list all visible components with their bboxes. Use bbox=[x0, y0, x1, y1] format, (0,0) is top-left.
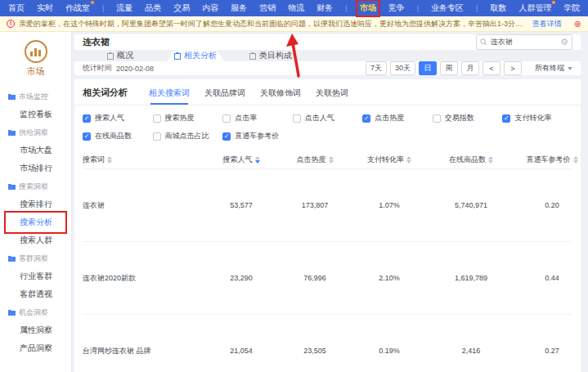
nav-item-物流[interactable]: 物流 bbox=[288, 2, 304, 14]
sidebar-item-市场大盘[interactable]: 市场大盘 bbox=[0, 141, 71, 159]
sidebar-item-客群透视[interactable]: 客群透视 bbox=[0, 285, 71, 303]
filter-支付转化率[interactable]: ✓ 支付转化率 bbox=[502, 113, 572, 123]
table-body: 连衣裙 53,577 173,807 1.07% 5,740,971 0.20 … bbox=[83, 168, 572, 372]
filter-在线商品数[interactable]: ✓ 在线商品数 bbox=[83, 131, 153, 141]
filter-点击人气[interactable]: 点击人气 bbox=[293, 113, 363, 123]
sort-icon[interactable] bbox=[573, 156, 578, 164]
checkbox-icon[interactable]: ✓ bbox=[362, 114, 370, 123]
filter-搜索人气[interactable]: ✓ 搜索人气 bbox=[83, 113, 153, 123]
sidebar-item-搜索分析[interactable]: 搜索分析 bbox=[0, 213, 71, 231]
screen: 首页实时作战室|流量品类交易内容服务营销物流财务|市场竞争|业务专区|取数人群管… bbox=[0, 0, 588, 372]
nav-item-实时[interactable]: 实时 bbox=[37, 2, 53, 14]
nav-item-品类[interactable]: 品类 bbox=[145, 2, 161, 14]
column-header-支付转化率[interactable]: 支付转化率 bbox=[351, 155, 428, 165]
checkbox-icon[interactable]: ✓ bbox=[83, 132, 91, 141]
terminal-dropdown[interactable]: 所有终端 bbox=[535, 63, 572, 74]
sort-icon[interactable] bbox=[406, 156, 411, 164]
nav-item-内容[interactable]: 内容 bbox=[202, 2, 218, 14]
column-header-搜索人气[interactable]: 搜索人气 bbox=[204, 155, 279, 165]
nav-separator: | bbox=[102, 4, 104, 12]
nav-separator: | bbox=[476, 4, 478, 12]
module-logo: 市场 bbox=[0, 32, 71, 78]
nav-item-交易[interactable]: 交易 bbox=[173, 2, 190, 14]
folder-icon bbox=[8, 183, 16, 190]
range-button-日[interactable]: 日 bbox=[419, 61, 437, 75]
range-button-30天[interactable]: 30天 bbox=[390, 61, 415, 75]
word-tab-关联修饰词[interactable]: 关联修饰词 bbox=[260, 87, 301, 105]
nav-item-服务[interactable]: 服务 bbox=[231, 2, 247, 14]
column-header-搜索词[interactable]: 搜索词 bbox=[83, 155, 204, 165]
sidebar-group-搜索洞察: 搜索洞察 bbox=[0, 177, 71, 195]
notice-detail-link[interactable]: 查看详情 bbox=[532, 19, 562, 29]
filter-商城点击占比[interactable]: 商城点击占比 bbox=[153, 131, 223, 141]
filter-直通车参考价[interactable]: ✓ 直通车参考价 bbox=[222, 131, 293, 141]
folder-icon bbox=[8, 309, 16, 316]
column-header-在线商品数[interactable]: 在线商品数 bbox=[428, 155, 514, 165]
chevron-down-icon bbox=[568, 67, 572, 70]
sidebar-item-产品洞察[interactable]: 产品洞察 bbox=[0, 339, 71, 357]
checkbox-icon[interactable] bbox=[153, 114, 161, 123]
filter-交易指数[interactable]: 交易指数 bbox=[433, 113, 503, 123]
checkbox-icon[interactable]: ✓ bbox=[83, 114, 91, 123]
column-header-直通车参考价[interactable]: 直通车参考价 bbox=[514, 155, 581, 165]
word-tab-关联热词[interactable]: 关联热词 bbox=[316, 87, 348, 105]
sidebar-item-市场排行[interactable]: 市场排行 bbox=[0, 159, 71, 177]
notice-bar: ! 亲爱的掌柜，在这个特殊时期，阿里集团希望第一时间了解您生意动态和当前面临的问… bbox=[0, 16, 588, 32]
tab-相关分析[interactable]: 相关分析 bbox=[158, 50, 233, 61]
nav-item-首页[interactable]: 首页 bbox=[8, 2, 25, 14]
checkbox-icon[interactable] bbox=[153, 132, 161, 141]
stats-label: 统计时间 bbox=[83, 63, 112, 74]
folder-icon bbox=[8, 255, 16, 262]
filter-搜索热度[interactable]: 搜索热度 bbox=[153, 113, 223, 123]
tab-概况[interactable]: 概况 bbox=[83, 50, 158, 61]
nav-item-流量[interactable]: 流量 bbox=[116, 2, 132, 14]
sort-icon[interactable] bbox=[329, 156, 334, 164]
checkbox-icon[interactable]: ✓ bbox=[222, 132, 231, 141]
sidebar-item-监控看板[interactable]: 监控看板 bbox=[0, 105, 71, 123]
filter-点击热度[interactable]: ✓ 点击热度 bbox=[362, 113, 433, 123]
sort-icon[interactable] bbox=[488, 156, 493, 164]
sidebar-group-供给洞察: 供给洞察 bbox=[0, 123, 71, 141]
sort-icon[interactable] bbox=[255, 156, 260, 164]
folder-icon bbox=[8, 129, 16, 136]
range-button-周[interactable]: 周 bbox=[440, 61, 458, 75]
notice-close-icon[interactable]: ⊗ bbox=[574, 19, 581, 29]
table-row: 连衣裙 53,577 173,807 1.07% 5,740,971 0.20 … bbox=[83, 168, 572, 241]
checkbox-icon[interactable] bbox=[293, 114, 301, 123]
prev-page-button[interactable]: < bbox=[483, 61, 500, 75]
range-button-月[interactable]: 月 bbox=[461, 61, 479, 75]
nav-item-财务[interactable]: 财务 bbox=[316, 2, 333, 14]
nav-item-人群管理[interactable]: 人群管理 bbox=[518, 2, 551, 14]
sidebar-item-搜索人群[interactable]: 搜索人群 bbox=[0, 231, 71, 249]
column-header-点击热度[interactable]: 点击热度 bbox=[279, 155, 351, 165]
nav-item-作战室[interactable]: 作战室 bbox=[65, 2, 90, 14]
checkbox-icon[interactable] bbox=[433, 114, 441, 123]
sidebar-item-属性洞察[interactable]: 属性洞察 bbox=[0, 321, 71, 339]
keyword-cell: 台湾网纱连衣裙 品牌 bbox=[83, 346, 204, 356]
search-input[interactable] bbox=[491, 38, 557, 47]
keyword-searchbox[interactable]: ⚙ bbox=[476, 34, 572, 50]
sidebar-group-机会洞察: 机会洞察 bbox=[0, 303, 71, 321]
gear-icon[interactable]: ⚙ bbox=[560, 38, 568, 47]
keywords-table: 搜索词 搜索人气 点击热度 支付转化率 在线商品数 直通车参考价 操作 连衣裙 … bbox=[74, 149, 581, 372]
sidebar-item-行业客群[interactable]: 行业客群 bbox=[0, 267, 71, 285]
nav-item-市场[interactable]: 市场 bbox=[360, 2, 376, 14]
nav-item-竞争[interactable]: 竞争 bbox=[388, 2, 405, 14]
table-row: 台湾网纱连衣裙 品牌 21,054 23,505 0.19% 2,416 0.2… bbox=[83, 314, 572, 372]
range-button-7天[interactable]: 7天 bbox=[366, 61, 387, 75]
word-tab-相关搜索词[interactable]: 相关搜索词 bbox=[149, 87, 190, 105]
nav-item-营销[interactable]: 营销 bbox=[259, 2, 276, 14]
nav-item-业务专区[interactable]: 业务专区 bbox=[431, 2, 464, 14]
word-tab-关联品牌词[interactable]: 关联品牌词 bbox=[204, 87, 245, 105]
checkbox-icon[interactable] bbox=[222, 114, 231, 123]
filter-点击率[interactable]: 点击率 bbox=[222, 113, 293, 123]
tab-类目构成[interactable]: 类目构成 bbox=[233, 50, 308, 61]
main-panel: 连衣裙 ⚙ 概况 相关分析 类目构成 统计时间 2020-02-08 bbox=[74, 34, 581, 372]
nav-separator: | bbox=[345, 4, 347, 12]
next-page-button[interactable]: > bbox=[504, 61, 522, 75]
nav-item-取数[interactable]: 取数 bbox=[490, 2, 506, 14]
sort-icon[interactable] bbox=[107, 156, 112, 164]
clipboard-icon bbox=[249, 52, 256, 60]
nav-item-学院[interactable]: 学院 bbox=[563, 2, 580, 14]
checkbox-icon[interactable]: ✓ bbox=[502, 114, 510, 123]
